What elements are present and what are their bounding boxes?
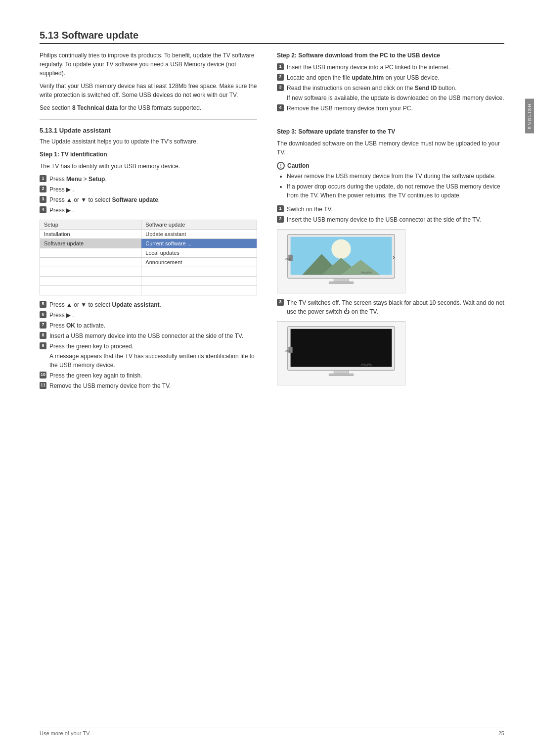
step-text: The TV switches off. The screen stays bl… xyxy=(287,298,504,316)
list-item: 3 The TV switches off. The screen stays … xyxy=(277,298,504,316)
side-tab: ENGLISH xyxy=(525,99,534,134)
svg-rect-13 xyxy=(291,329,392,367)
table-cell: Software update xyxy=(40,239,141,248)
step-text: Press the green key to proceed.A message… xyxy=(49,342,257,370)
tv-image-2: USB PHILIPS xyxy=(277,321,405,385)
list-item: 6 Press ▶ . xyxy=(40,311,257,320)
step-text: Press the green key again to finish. xyxy=(49,371,257,380)
step-number: 5 xyxy=(40,301,46,308)
step-text: Press ▶ . xyxy=(49,185,257,194)
footer: Use more of your TV 25 xyxy=(40,727,504,736)
step-text: Remove the USB memory device from your P… xyxy=(287,104,504,113)
step-number: 1 xyxy=(277,63,284,70)
table-cell xyxy=(40,248,141,258)
step-number: 2 xyxy=(40,186,46,192)
table-row xyxy=(40,277,257,286)
section-511-desc: The Update assistant helps you to update… xyxy=(40,137,257,146)
footer-left: Use more of your TV xyxy=(40,730,89,736)
list-item: 2 Locate and open the file update.htm on… xyxy=(277,73,504,82)
step-number: 4 xyxy=(277,104,284,111)
table-cell: Installation xyxy=(40,230,141,239)
step-text: Press ▶ . xyxy=(49,311,257,320)
tv-svg-2: USB PHILIPS xyxy=(277,322,405,385)
intro-para-2: Verify that your USB memory device has a… xyxy=(40,82,257,99)
svg-text:USB: USB xyxy=(285,349,291,352)
step-number: 6 xyxy=(40,311,46,318)
step-text: Read the instructions on screen and clic… xyxy=(287,84,504,102)
svg-text:PHILIPS: PHILIPS xyxy=(360,363,372,366)
step3-desc: The downloaded software on the USB memor… xyxy=(277,139,504,157)
step1-desc: The TV has to identify with your USB mem… xyxy=(40,162,257,171)
table-row: Announcement xyxy=(40,258,257,267)
list-item: 9 Press the green key to proceed.A messa… xyxy=(40,342,257,370)
caution-list: Never remove the USB memory device from … xyxy=(277,172,504,200)
step-number: 3 xyxy=(40,196,46,203)
step3-list-2: 3 The TV switches off. The screen stays … xyxy=(277,298,504,316)
list-item: 2 Insert the USB memory device to the US… xyxy=(277,215,504,224)
step2-list: 1 Insert the USB memory device into a PC… xyxy=(277,63,504,113)
step-number: 3 xyxy=(277,84,284,91)
list-item: 4 Press ▶ . xyxy=(40,206,257,215)
caution-label: Caution xyxy=(287,162,310,169)
list-item: 5 Press ▲ or ▼ to select Update assistan… xyxy=(40,300,257,309)
list-item: 1 Insert the USB memory device into a PC… xyxy=(277,63,504,72)
tv-svg-1: USB › PHILIPS xyxy=(277,230,405,293)
table-cell: Update assistant xyxy=(141,230,257,239)
step-text: Insert a USB memory device into the USB … xyxy=(49,331,257,340)
step2-heading: Step 2: Software download from the PC to… xyxy=(277,51,504,60)
step1-continued-list: 5 Press ▲ or ▼ to select Update assistan… xyxy=(40,300,257,390)
step-number: 7 xyxy=(40,322,46,329)
step-text: Press ▶ . xyxy=(49,206,257,215)
table-row xyxy=(40,267,257,277)
step-text: Remove the USB memory device from the TV… xyxy=(49,381,257,390)
intro-para-3: See section 8 Technical data for the USB… xyxy=(40,103,257,112)
step-number: 3 xyxy=(277,299,284,306)
step1-list: 1 Press Menu > Setup. 2 Press ▶ . 3 Pres… xyxy=(40,175,257,215)
step-text: Insert the USB memory device to the USB … xyxy=(287,215,504,224)
list-item: 4 Remove the USB memory device from your… xyxy=(277,104,504,113)
step-number: 1 xyxy=(40,175,46,182)
table-cell xyxy=(141,277,257,286)
step-number: 10 xyxy=(40,372,46,378)
svg-rect-7 xyxy=(329,282,353,284)
step-number: 4 xyxy=(40,206,46,213)
list-item: 3 Read the instructions on screen and cl… xyxy=(277,84,504,102)
step-number: 8 xyxy=(40,332,46,339)
list-item: 1 Switch on the TV. xyxy=(277,205,504,214)
intro-para-1: Philips continually tries to improve its… xyxy=(40,51,257,78)
table-row: Software update Current software ... xyxy=(40,239,257,248)
step3-heading: Step 3: Software update transfer to the … xyxy=(277,127,504,136)
step-text: Locate and open the file update.htm on y… xyxy=(287,73,504,82)
step-number: 1 xyxy=(277,205,284,212)
right-column: Step 2: Software download from the PC to… xyxy=(277,51,504,394)
table-cell: Current software ... xyxy=(141,239,257,248)
step3-list: 1 Switch on the TV. 2 Insert the USB mem… xyxy=(277,205,504,224)
table-row: Local updates xyxy=(40,248,257,258)
step-text: Insert the USB memory device into a PC l… xyxy=(287,63,504,72)
list-item: 11 Remove the USB memory device from the… xyxy=(40,381,257,390)
svg-point-2 xyxy=(331,239,351,259)
step-number: 11 xyxy=(40,382,46,389)
svg-text:USB: USB xyxy=(285,257,291,260)
list-item: 1 Press Menu > Setup. xyxy=(40,175,257,184)
caution-icon: ! xyxy=(277,162,285,170)
list-item: 3 Press ▲ or ▼ to select Software update… xyxy=(40,195,257,204)
caution-title: ! Caution xyxy=(277,162,504,170)
step-text: Press ▲ or ▼ to select Update assistant. xyxy=(49,300,257,309)
table-col2-header: Software update xyxy=(141,220,257,230)
list-item: 7 Press OK to activate. xyxy=(40,321,257,330)
step-text: Press ▲ or ▼ to select Software update. xyxy=(49,195,257,204)
page-title: 5.13 Software update xyxy=(40,30,504,44)
table-cell: Announcement xyxy=(141,258,257,267)
caution-item: If a power drop occurs during the update… xyxy=(287,182,504,200)
caution-item: Never remove the USB memory device from … xyxy=(287,172,504,181)
caution-box: ! Caution Never remove the USB memory de… xyxy=(277,162,504,200)
step-text: Switch on the TV. xyxy=(287,205,504,214)
table-cell xyxy=(40,258,141,267)
left-column: Philips continually tries to improve its… xyxy=(40,51,257,394)
table-cell xyxy=(40,286,141,295)
table-cell: Local updates xyxy=(141,248,257,258)
step1-heading: Step 1: TV identification xyxy=(40,150,257,159)
page: ENGLISH 5.13 Software update Philips con… xyxy=(0,0,534,756)
svg-text:PHILIPS: PHILIPS xyxy=(360,271,372,274)
